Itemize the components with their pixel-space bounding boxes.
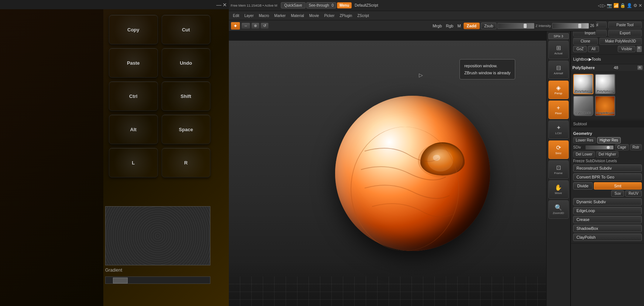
higher-res-btn[interactable]: Higher Res (597, 137, 621, 143)
menu-zplugin[interactable]: ZPlugin (337, 13, 354, 19)
window-close-btn[interactable]: ✕ (223, 2, 227, 8)
geometry-label[interactable]: Geometry (573, 130, 642, 136)
zadd-button[interactable]: Zadd (464, 23, 480, 29)
tool-thumb-polysphere-2[interactable]: PolySphere (595, 74, 615, 94)
reuv-btn[interactable]: ReUV (625, 190, 642, 197)
scale-tool-btn[interactable]: ⊕ (251, 23, 259, 29)
defaultzscript-button[interactable]: DefaultZScript (352, 3, 380, 8)
settings-icon[interactable]: ⚙ (633, 3, 637, 8)
crease-btn[interactable]: Crease (573, 216, 642, 223)
gradient-slider[interactable] (105, 276, 210, 284)
snrz-btn[interactable]: ⟳ Snrz (548, 140, 569, 159)
menu-marker[interactable]: Marker (272, 13, 288, 19)
key-paste[interactable]: Paste (109, 48, 158, 78)
z-intensity-slider[interactable] (552, 23, 589, 29)
quicksave-button[interactable]: QuickSave (281, 2, 305, 8)
visible-btn[interactable]: Visible (618, 46, 635, 52)
del-lower-btn[interactable]: Del Lower (573, 151, 595, 157)
shadowbox-btn[interactable]: ShadowBox (573, 225, 642, 232)
lctrl-btn[interactable]: ✦ LCtrl (548, 120, 569, 139)
key-ctrl[interactable]: Ctrl (109, 81, 158, 111)
frame-btn[interactable]: ⊡ Frame (548, 160, 569, 179)
key-undo[interactable]: Undo (162, 48, 211, 78)
export-btn[interactable]: Export (608, 30, 642, 37)
freeze-subdiv-label[interactable]: Freeze SubDivision Levels (573, 158, 642, 164)
menu-layer[interactable]: Layer (242, 13, 256, 19)
user-icon: 👤 (627, 3, 632, 8)
floor-btn[interactable]: + Floor (548, 101, 569, 119)
window-min-btn[interactable]: — (216, 2, 221, 8)
paste-tool-btn[interactable]: Paste Tool (608, 21, 642, 28)
move-tool-btn[interactable]: ↔ (241, 23, 250, 29)
del-higher-btn[interactable]: Del Higher (596, 151, 619, 157)
del-row: Del Lower Del Higher (573, 151, 642, 157)
persp-icon: ◈ (556, 85, 561, 91)
convert-bpr-btn[interactable]: Convert BPR To Geo (573, 173, 642, 181)
cage-btn[interactable]: Cage (615, 144, 629, 150)
key-copy[interactable]: Copy (109, 15, 158, 44)
divide-btn[interactable]: Divide (573, 182, 593, 190)
zsub-button[interactable]: Zsub (481, 23, 496, 29)
actual-btn[interactable]: ⊞ Actual (548, 41, 569, 59)
menu-movie[interactable]: Movie (307, 13, 321, 19)
key-cut[interactable]: Cut (162, 15, 211, 44)
canvas-area[interactable]: reposition window. ZBrush window is alre… (229, 41, 596, 306)
tool-thumb-label-2: PolySphere (596, 89, 614, 93)
subtool-section: Subtool (571, 120, 644, 127)
nav-icon-2[interactable]: ▷ (602, 3, 606, 8)
rgb-intensity-slider[interactable] (497, 23, 534, 29)
claypolish-btn[interactable]: ClayPolish (573, 234, 642, 241)
move-btn[interactable]: ✋ Move (548, 180, 569, 199)
menu-picker[interactable]: Picker (322, 13, 337, 19)
sdiv-slider[interactable] (585, 145, 614, 150)
tool-thumb-label-1: PolySphere (574, 89, 593, 93)
key-r[interactable]: R (162, 148, 211, 177)
close-btn[interactable]: ✕ (638, 3, 642, 8)
menu-active-button[interactable]: Menu (337, 2, 352, 8)
lower-res-btn[interactable]: Lower Res (573, 137, 596, 143)
lightbox-section: Lightbox▶Tools (571, 55, 644, 64)
menu-zscript[interactable]: ZScript (355, 13, 371, 19)
clone-btn[interactable]: Clone (573, 38, 598, 45)
aahalf-btn[interactable]: ⊟ AAHalf (548, 61, 569, 79)
menu-macro[interactable]: Macro (256, 13, 271, 19)
lightbox-expand-icon[interactable]: ▷ (419, 72, 423, 78)
reconstruct-subdiv-btn[interactable]: Reconstruct Subdiv (573, 164, 642, 172)
smt-btn[interactable]: Smt (594, 182, 642, 190)
draw-btn[interactable]: ✦ (231, 22, 240, 30)
key-alt[interactable]: Alt (109, 115, 158, 144)
r-badge: R (637, 46, 642, 52)
tool-thumb-cylinder[interactable]: Cylinder3D (573, 96, 593, 116)
key-l[interactable]: L (109, 148, 158, 177)
right-icon-bar: SPix 3 ⊞ Actual ⊟ AAHalf ◈ Persp + Floor… (546, 31, 570, 306)
make-polymesh3d-btn[interactable]: Make PolyMesh3D (599, 38, 642, 45)
key-shift[interactable]: Shift (162, 81, 211, 111)
key-space[interactable]: Space (162, 115, 211, 144)
geometry-section: Geometry Lower Res Higher Res SDiv Cage … (571, 128, 644, 244)
seethrough-button[interactable]: See-through 0 (306, 2, 336, 8)
camera-icon[interactable]: 📷 (607, 3, 612, 8)
suv-btn[interactable]: Suv (611, 190, 624, 197)
goz-btn[interactable]: GoZ (573, 46, 587, 52)
subtool-label[interactable]: Subtool (573, 122, 642, 126)
mrgb-label[interactable]: Mrgb (431, 23, 443, 29)
zoom3d-btn[interactable]: 🔍 Zoom3D (548, 200, 569, 219)
m-label[interactable]: M (456, 23, 462, 29)
menu-edit[interactable]: Edit (231, 13, 241, 19)
lightbox-tools-label[interactable]: Lightbox▶Tools (573, 56, 642, 62)
move-icon: ✋ (555, 185, 562, 191)
menu-material[interactable]: Material (289, 13, 306, 19)
all-btn[interactable]: All (588, 46, 599, 52)
rstr-btn[interactable]: Rstr (630, 144, 642, 150)
rotate-tool-btn[interactable]: ↺ (261, 23, 269, 29)
dynamic-subdiv-btn[interactable]: Dynamic Subdiv (573, 198, 642, 205)
rgb-label[interactable]: Rgb (444, 23, 455, 29)
edgeloop-btn[interactable]: EdgeLoop (573, 207, 642, 214)
nav-icon-1[interactable]: ◁ (598, 3, 601, 8)
lower-higher-row: Lower Res Higher Res (573, 137, 642, 143)
persp-btn[interactable]: ◈ Persp (548, 81, 569, 99)
3d-mesh[interactable] (335, 96, 490, 251)
tool-thumb-polysphere-1[interactable]: PolySphere (573, 74, 593, 94)
gradient-label: Gradient (105, 268, 122, 273)
tool-thumb-simplebrush[interactable]: SimpleBrush (595, 96, 615, 116)
